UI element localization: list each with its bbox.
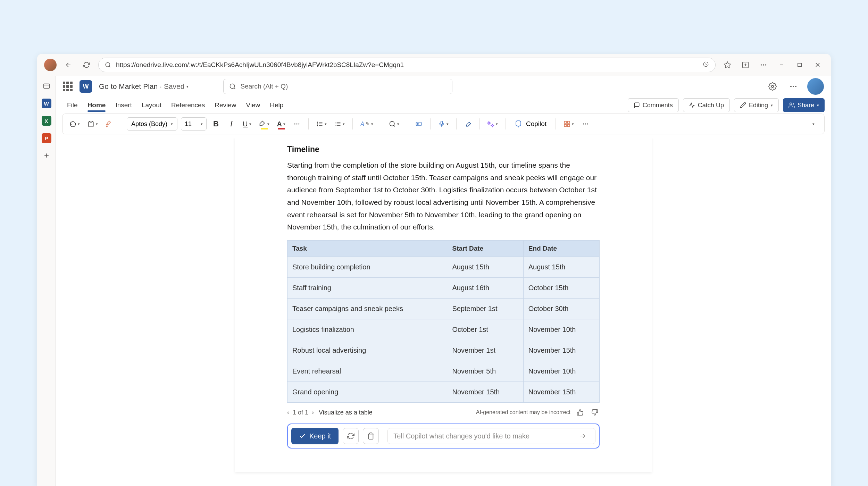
powerpoint-app-icon[interactable]: P bbox=[39, 131, 54, 145]
svg-point-8 bbox=[230, 84, 235, 89]
effects-button[interactable]: ▾ bbox=[485, 117, 500, 131]
tab-references[interactable]: References bbox=[166, 98, 210, 112]
svg-point-19 bbox=[317, 124, 318, 124]
share-button[interactable]: Share ▾ bbox=[783, 98, 825, 112]
svg-rect-27 bbox=[565, 125, 567, 127]
copilot-compose-bar: Keep it Tell Copilot what changes you'd … bbox=[287, 424, 600, 449]
search-input[interactable]: Search (Alt + Q) bbox=[223, 79, 452, 94]
tab-insert[interactable]: Insert bbox=[110, 98, 137, 112]
font-size-select[interactable]: 11▾ bbox=[181, 117, 207, 131]
find-button[interactable]: ▾ bbox=[387, 117, 401, 131]
highlight-button[interactable]: ▾ bbox=[257, 117, 272, 131]
italic-button[interactable]: I bbox=[225, 117, 237, 131]
tab-file[interactable]: File bbox=[62, 98, 83, 112]
bullets-button[interactable]: ▾ bbox=[314, 117, 329, 131]
more-font-button[interactable] bbox=[291, 117, 303, 131]
permissions-icon[interactable] bbox=[703, 61, 709, 69]
format-painter-button[interactable] bbox=[103, 117, 115, 131]
collapse-ribbon-button[interactable]: ▾ bbox=[808, 117, 819, 131]
table-row: Robust local advertisingNovember 1stNove… bbox=[287, 340, 600, 361]
body-paragraph: Starting from the completion of the stor… bbox=[287, 159, 600, 233]
regenerate-button[interactable] bbox=[343, 428, 359, 444]
svg-rect-14 bbox=[90, 121, 92, 122]
ribbon-toolbar: ▾ ▾ Aptos (Body)▾ 11▾ B I U▾ ▾ A▾ ▾ ▾ A✎… bbox=[62, 114, 825, 134]
more-header-icon[interactable] bbox=[786, 79, 800, 93]
delete-button[interactable] bbox=[363, 428, 379, 444]
user-avatar[interactable] bbox=[807, 78, 824, 95]
close-button[interactable] bbox=[811, 59, 824, 71]
undo-button[interactable]: ▾ bbox=[67, 117, 82, 131]
table-header-task: Task bbox=[287, 241, 447, 257]
minimize-button[interactable] bbox=[775, 59, 788, 71]
font-color-button[interactable]: A▾ bbox=[275, 117, 287, 131]
svg-point-10 bbox=[790, 86, 792, 87]
excel-app-icon[interactable]: X bbox=[39, 114, 54, 128]
table-row: Event rehearsalNovember 5thNovember 10th bbox=[287, 361, 600, 382]
back-button[interactable] bbox=[62, 59, 75, 71]
refresh-button[interactable] bbox=[80, 59, 93, 71]
editing-button[interactable]: Editing ▾ bbox=[734, 98, 779, 112]
editor-button[interactable] bbox=[462, 117, 474, 131]
copilot-button[interactable]: Copilot bbox=[511, 120, 550, 128]
table-row: Grand openingNovember 15thNovember 15th bbox=[287, 382, 600, 403]
svg-rect-28 bbox=[568, 125, 570, 127]
more-ribbon-button[interactable] bbox=[579, 117, 591, 131]
tab-view[interactable]: View bbox=[241, 98, 265, 112]
svg-point-20 bbox=[317, 125, 318, 126]
comments-button[interactable]: Comments bbox=[628, 98, 679, 112]
document-canvas[interactable]: Timeline Starting from the completion of… bbox=[56, 138, 831, 486]
left-app-rail: W X P bbox=[37, 76, 56, 486]
table-header-start: Start Date bbox=[447, 241, 523, 257]
numbering-button[interactable]: ▾ bbox=[332, 117, 347, 131]
address-bar[interactable]: https://onedrive.live.com/:w:/t/EaCKkPs6… bbox=[98, 58, 716, 72]
app-launcher-icon[interactable] bbox=[63, 82, 73, 91]
profile-avatar[interactable] bbox=[44, 59, 57, 71]
svg-rect-22 bbox=[416, 122, 421, 126]
add-app-icon[interactable] bbox=[39, 148, 54, 163]
people-icon bbox=[788, 102, 795, 108]
document-page[interactable]: Timeline Starting from the completion of… bbox=[235, 138, 652, 472]
maximize-button[interactable] bbox=[793, 59, 806, 71]
bold-button[interactable]: B bbox=[210, 117, 222, 131]
svg-point-30 bbox=[585, 124, 586, 125]
prev-page-icon[interactable]: ‹ bbox=[287, 409, 289, 416]
tab-layout[interactable]: Layout bbox=[137, 98, 166, 112]
url-text: https://onedrive.live.com/:w:/t/EaCKkPs6… bbox=[116, 61, 404, 69]
copilot-prompt-input[interactable]: Tell Copilot what changes you'd like to … bbox=[387, 428, 595, 444]
pencil-icon bbox=[740, 102, 746, 108]
font-family-select[interactable]: Aptos (Body)▾ bbox=[127, 117, 177, 131]
word-app-icon[interactable]: W bbox=[39, 96, 54, 111]
visualize-label[interactable]: Visualize as a table bbox=[319, 409, 373, 416]
tab-review[interactable]: Review bbox=[210, 98, 241, 112]
keep-it-button[interactable]: Keep it bbox=[291, 428, 339, 444]
collections-icon[interactable] bbox=[739, 59, 752, 71]
timeline-table: Task Start Date End Date Store building … bbox=[287, 240, 600, 403]
tab-home[interactable]: Home bbox=[83, 98, 111, 112]
dictate-button[interactable]: ▾ bbox=[436, 117, 451, 131]
designer-button[interactable] bbox=[413, 117, 425, 131]
favorites-icon[interactable] bbox=[721, 59, 734, 71]
svg-point-15 bbox=[294, 124, 295, 125]
browser-window: https://onedrive.live.com/:w:/t/EaCKkPs6… bbox=[37, 54, 831, 486]
thumbs-down-icon[interactable] bbox=[590, 408, 600, 417]
more-icon[interactable] bbox=[757, 59, 770, 71]
settings-icon[interactable] bbox=[766, 79, 779, 93]
styles-button[interactable]: A✎▾ bbox=[358, 117, 375, 131]
send-icon[interactable] bbox=[576, 429, 590, 443]
underline-button[interactable]: U▾ bbox=[241, 117, 253, 131]
paste-button[interactable]: ▾ bbox=[85, 117, 100, 131]
thumbs-up-icon[interactable] bbox=[575, 408, 585, 417]
tabs-icon[interactable] bbox=[39, 79, 54, 93]
table-header-end: End Date bbox=[523, 241, 599, 257]
document-title[interactable]: Go to Market Plan · Saved ▾ bbox=[99, 82, 189, 91]
copilot-placeholder: Tell Copilot what changes you'd like to … bbox=[393, 432, 529, 440]
ai-disclaimer: AI-generated content may be incorrect bbox=[476, 409, 570, 416]
page-indicator: 1 of 1 bbox=[293, 409, 308, 416]
svg-point-4 bbox=[763, 64, 764, 66]
activity-icon bbox=[689, 102, 695, 108]
tab-help[interactable]: Help bbox=[265, 98, 288, 112]
catchup-button[interactable]: Catch Up bbox=[683, 98, 730, 112]
addins-button[interactable]: ▾ bbox=[561, 117, 576, 131]
next-page-icon[interactable]: › bbox=[312, 409, 314, 416]
chevron-down-icon: ▾ bbox=[186, 84, 189, 89]
